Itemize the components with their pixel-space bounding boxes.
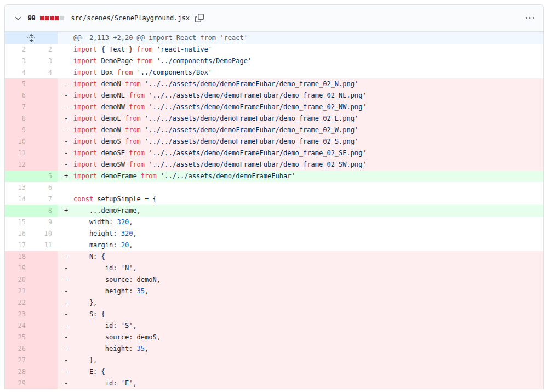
old-line-number[interactable]: 5 <box>5 78 31 90</box>
diff-sign: - <box>58 136 73 147</box>
old-line-number[interactable]: 8 <box>5 113 31 124</box>
new-line-number[interactable]: 8 <box>31 205 58 217</box>
diff-sign <box>58 67 73 78</box>
new-line-number[interactable] <box>31 263 58 274</box>
code-text: id: 'S', <box>73 320 543 332</box>
new-line-number[interactable] <box>31 332 58 343</box>
diff-sign: - <box>58 378 73 389</box>
old-line-number[interactable]: 20 <box>5 274 31 286</box>
code-text: S: { <box>73 309 543 320</box>
new-line-number[interactable]: 5 <box>31 171 58 182</box>
new-line-number[interactable]: 4 <box>31 67 58 78</box>
diff-sign: - <box>58 251 73 263</box>
code-text: id: 'E', <box>73 378 543 389</box>
new-line-number[interactable] <box>31 101 58 113</box>
new-line-number[interactable] <box>31 343 58 355</box>
old-line-number[interactable]: 28 <box>5 366 31 378</box>
diff-sign <box>58 44 73 55</box>
diff-line: 28- E: { <box>5 366 543 378</box>
new-line-number[interactable] <box>31 309 58 320</box>
old-line-number[interactable]: 9 <box>5 124 31 136</box>
new-line-number[interactable]: 3 <box>31 55 58 67</box>
new-line-number[interactable]: 2 <box>31 44 58 55</box>
old-line-number[interactable] <box>5 171 31 182</box>
diff-body: 22import { Text } from 'react-native'33i… <box>5 44 543 389</box>
new-line-number[interactable]: 9 <box>31 217 58 228</box>
code-text: source: demoS, <box>73 332 543 343</box>
new-line-number[interactable] <box>31 320 58 332</box>
old-line-number[interactable]: 6 <box>5 90 31 101</box>
diffstat-block <box>45 16 49 20</box>
diff-sign: - <box>58 274 73 286</box>
new-line-number[interactable]: 11 <box>31 240 58 251</box>
old-line-number[interactable]: 24 <box>5 320 31 332</box>
old-line-number[interactable]: 16 <box>5 228 31 240</box>
expand-hunk-button[interactable] <box>5 32 58 44</box>
old-line-number[interactable]: 22 <box>5 297 31 309</box>
new-line-number[interactable] <box>31 355 58 366</box>
old-line-number[interactable]: 11 <box>5 147 31 159</box>
file-path-link[interactable]: src/scenes/ScenePlayground.jsx <box>71 14 190 22</box>
diff-line: 24- id: 'S', <box>5 320 543 332</box>
diff-line: 9-import demoW from '../../assets/demo/d… <box>5 124 543 136</box>
diff-line: 25- source: demoS, <box>5 332 543 343</box>
diff-sign: - <box>58 366 73 378</box>
old-line-number[interactable]: 14 <box>5 194 31 205</box>
old-line-number[interactable]: 12 <box>5 159 31 171</box>
diff-line: 27- }, <box>5 355 543 366</box>
new-line-number[interactable] <box>31 78 58 90</box>
old-line-number[interactable]: 10 <box>5 136 31 147</box>
diff-line: 33import DemoPage from '../components/De… <box>5 55 543 67</box>
old-line-number[interactable]: 25 <box>5 332 31 343</box>
old-line-number[interactable]: 15 <box>5 217 31 228</box>
copy-icon[interactable] <box>195 14 204 22</box>
old-line-number[interactable] <box>5 205 31 217</box>
new-line-number[interactable] <box>31 251 58 263</box>
code-text: height: 35, <box>73 343 543 355</box>
old-line-number[interactable]: 17 <box>5 240 31 251</box>
old-line-number[interactable]: 21 <box>5 286 31 297</box>
old-line-number[interactable]: 19 <box>5 263 31 274</box>
diff-sign <box>58 228 73 240</box>
new-line-number[interactable] <box>31 159 58 171</box>
code-text: ...demoFrame, <box>73 205 543 217</box>
new-line-number[interactable] <box>31 286 58 297</box>
old-line-number[interactable]: 26 <box>5 343 31 355</box>
hunk-text: @@ -2,113 +2,20 @@ import React from 're… <box>58 32 543 44</box>
old-line-number[interactable]: 13 <box>5 182 31 194</box>
new-line-number[interactable] <box>31 297 58 309</box>
old-line-number[interactable]: 23 <box>5 309 31 320</box>
code-text: import demoSE from '../../assets/demo/de… <box>73 147 543 159</box>
new-line-number[interactable] <box>31 147 58 159</box>
old-line-number[interactable]: 7 <box>5 101 31 113</box>
new-line-number[interactable] <box>31 274 58 286</box>
old-line-number[interactable]: 4 <box>5 67 31 78</box>
new-line-number[interactable] <box>31 378 58 389</box>
new-line-number[interactable]: 6 <box>31 182 58 194</box>
new-line-number[interactable] <box>31 113 58 124</box>
file-header: 99 src/scenes/ScenePlayground.jsx <box>5 5 543 32</box>
new-line-number[interactable] <box>31 136 58 147</box>
diff-sign: - <box>58 263 73 274</box>
chevron-down-icon[interactable] <box>14 14 22 22</box>
new-line-number[interactable] <box>31 124 58 136</box>
new-line-number[interactable]: 10 <box>31 228 58 240</box>
diff-line: 5-import demoN from '../../assets/demo/d… <box>5 78 543 90</box>
old-line-number[interactable]: 29 <box>5 378 31 389</box>
code-text: width: 320, <box>73 217 543 228</box>
diff-line: 22- }, <box>5 297 543 309</box>
old-line-number[interactable]: 3 <box>5 55 31 67</box>
old-line-number[interactable]: 2 <box>5 44 31 55</box>
code-text: import demoW from '../../assets/demo/dem… <box>73 124 543 136</box>
new-line-number[interactable] <box>31 90 58 101</box>
code-text: E: { <box>73 366 543 378</box>
new-line-number[interactable] <box>31 366 58 378</box>
diff-line: 23- S: { <box>5 309 543 320</box>
code-text: height: 35, <box>73 286 543 297</box>
old-line-number[interactable]: 27 <box>5 355 31 366</box>
diff-line: 20- source: demoN, <box>5 274 543 286</box>
new-line-number[interactable]: 7 <box>31 194 58 205</box>
kebab-horizontal-icon[interactable] <box>526 14 534 22</box>
diff-line: 19- id: 'N', <box>5 263 543 274</box>
old-line-number[interactable]: 18 <box>5 251 31 263</box>
